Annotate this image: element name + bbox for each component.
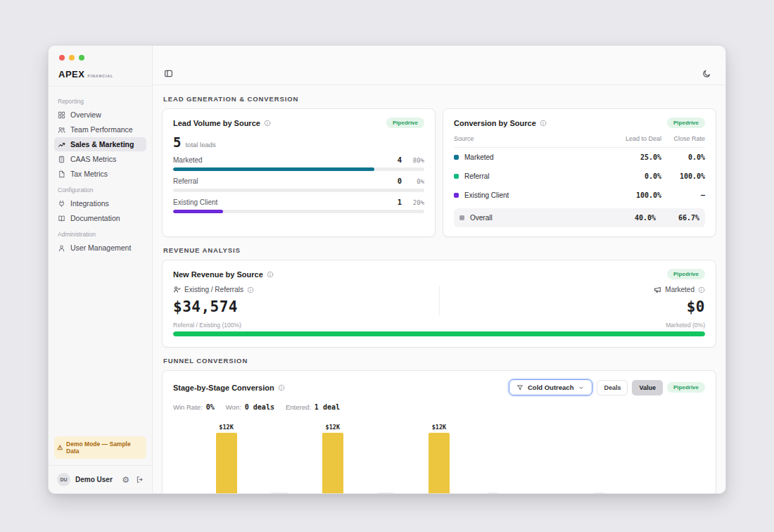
conversion-rate-pill: 100% [373, 493, 398, 493]
lead-volume-card: Lead Volume by Source Pipedrive 5 total … [162, 108, 436, 237]
megaphone-icon [654, 286, 661, 293]
app-logo: APEX FINANCIAL [49, 65, 152, 87]
table-row: Existing Client 100.0% — [454, 186, 705, 205]
sidebar-item-tax-metrics[interactable]: Tax Metrics [54, 167, 146, 181]
won-label: Won: [226, 403, 241, 411]
funnel-title: Stage-by-Stage Conversion [173, 384, 274, 392]
info-icon[interactable] [264, 120, 271, 127]
source-percent: 80% [402, 157, 424, 164]
demo-mode-label: Demo Mode — Sample Data [66, 441, 144, 455]
sidebar-item-integrations[interactable]: Integrations [54, 196, 146, 210]
conversion-rate-pill: 100% [267, 493, 292, 493]
source-label: Existing Client [173, 198, 398, 206]
funnel-stage: $12K Proposal Sent [386, 416, 492, 493]
close-window-button[interactable] [59, 55, 65, 61]
app-window: APEX FINANCIAL Reporting Overview Team P… [48, 45, 726, 494]
revenue-split: Existing / Referrals $34,574 Marketed $0 [173, 286, 705, 315]
trend-icon [58, 141, 65, 148]
source-bar-fill [173, 210, 223, 213]
revenue-title: New Revenue by Source [173, 270, 263, 279]
sidebar: APEX FINANCIAL Reporting Overview Team P… [49, 46, 153, 493]
card-title: Stage-by-Stage Conversion [173, 384, 285, 392]
revenue-marketed-amount: $0 [450, 298, 706, 315]
minimize-window-button[interactable] [69, 55, 75, 61]
sidebar-item-label: Sales & Marketing [70, 140, 134, 148]
table-row: Marketed 25.0% 0.0% [454, 148, 705, 167]
dark-mode-icon[interactable] [702, 69, 711, 78]
deals-toggle-button[interactable]: Deals [597, 380, 628, 395]
card-title: Conversion by Source [454, 119, 547, 127]
plug-icon [58, 200, 65, 208]
close-rate-value: 0.0% [661, 153, 705, 161]
user-name: Demo User [75, 476, 117, 483]
source-name: Overall [470, 214, 612, 222]
sidebar-item-user-management[interactable]: User Management [54, 241, 146, 255]
stage-value: $12K [219, 424, 233, 431]
lead-source-row: Existing Client 1 20% [173, 198, 424, 213]
section-revenue-analysis: REVENUE ANALYSIS [163, 246, 715, 254]
info-icon[interactable] [540, 120, 547, 127]
sidebar-toggle-icon[interactable] [164, 69, 173, 78]
nav-section-administration: Administration [54, 226, 146, 241]
revenue-existing-label: Existing / Referrals [184, 286, 243, 293]
sidebar-item-caas-metrics[interactable]: CAAS Metrics [54, 152, 146, 166]
source-name: Existing Client [464, 191, 618, 199]
nav-section-configuration: Configuration [54, 182, 146, 196]
series-color-dot [454, 155, 459, 160]
sidebar-item-label: CAAS Metrics [70, 155, 116, 163]
conversion-card: Conversion by Source Pipedrive Source Le… [443, 108, 716, 237]
revenue-existing-amount: $34,574 [173, 298, 429, 315]
source-bar-track [173, 189, 424, 192]
card-header: Lead Volume by Source Pipedrive [173, 118, 424, 128]
sidebar-item-team-performance[interactable]: Team Performance [54, 122, 146, 137]
pipeline-filter-dropdown[interactable]: Cold Outreach [509, 379, 592, 395]
sidebar-item-label: Tax Metrics [70, 170, 108, 178]
source-bar-fill [173, 167, 374, 171]
book-icon [58, 215, 65, 222]
revenue-existing-note: Referral / Existing (100%) [173, 322, 241, 329]
logout-icon[interactable] [136, 476, 144, 483]
dashboard-content: LEAD GENERATION & CONVERSION Lead Volume… [153, 85, 725, 493]
user-row[interactable]: DU Demo User ⚙ [49, 465, 152, 493]
win-rate-label: Win Rate: [173, 403, 203, 411]
won-value: 0 deals [245, 403, 274, 411]
info-icon[interactable] [698, 286, 705, 293]
sidebar-nav: Reporting Overview Team Performance Sale… [49, 87, 152, 431]
table-row: Referral 0.0% 100.0% [454, 167, 705, 186]
demo-mode-badge: ⚠ Demo Mode — Sample Data [54, 436, 146, 459]
revenue-marketed-block: Marketed $0 [439, 286, 706, 315]
stage-value: $12K [432, 424, 446, 431]
window-controls [49, 46, 152, 65]
chevron-down-icon [578, 384, 585, 391]
source-name: Marketed [464, 153, 618, 161]
gear-icon[interactable]: ⚙ [122, 476, 129, 484]
document-icon [58, 170, 65, 178]
sidebar-item-label: Integrations [70, 199, 109, 208]
sidebar-item-overview[interactable]: Overview [54, 108, 146, 122]
source-label: Marketed [173, 156, 398, 164]
maximize-window-button[interactable] [79, 55, 84, 61]
card-header: Stage-by-Stage Conversion Cold Outreach … [173, 379, 705, 395]
sidebar-item-sales-marketing[interactable]: Sales & Marketing [54, 137, 146, 151]
series-color-dot [454, 174, 459, 179]
series-color-dot [459, 215, 464, 220]
card-header: Conversion by Source Pipedrive [454, 118, 705, 128]
source-label: Referral [173, 177, 398, 185]
close-rate-value: 100.0% [661, 172, 705, 180]
revenue-marketed-label: Marketed [665, 286, 694, 293]
sidebar-item-label: User Management [70, 243, 131, 252]
value-toggle-button[interactable]: Value [632, 380, 663, 395]
info-icon[interactable] [278, 384, 285, 391]
revenue-card: New Revenue by Source Pipedrive Existing… [162, 260, 716, 348]
topbar [153, 46, 725, 85]
info-icon[interactable] [247, 286, 254, 293]
entered-label: Entered: [286, 403, 311, 411]
sidebar-item-documentation[interactable]: Documentation [54, 211, 146, 225]
info-icon[interactable] [267, 271, 274, 278]
revenue-notes: Referral / Existing (100%) Marketed (0%) [173, 322, 705, 329]
stage-bar [429, 433, 450, 493]
pipedrive-badge: Pipedrive [667, 269, 705, 279]
warning-icon: ⚠ [57, 444, 63, 451]
revenue-marketed-note: Marketed (0%) [666, 322, 705, 329]
conversion-title: Conversion by Source [454, 119, 536, 127]
